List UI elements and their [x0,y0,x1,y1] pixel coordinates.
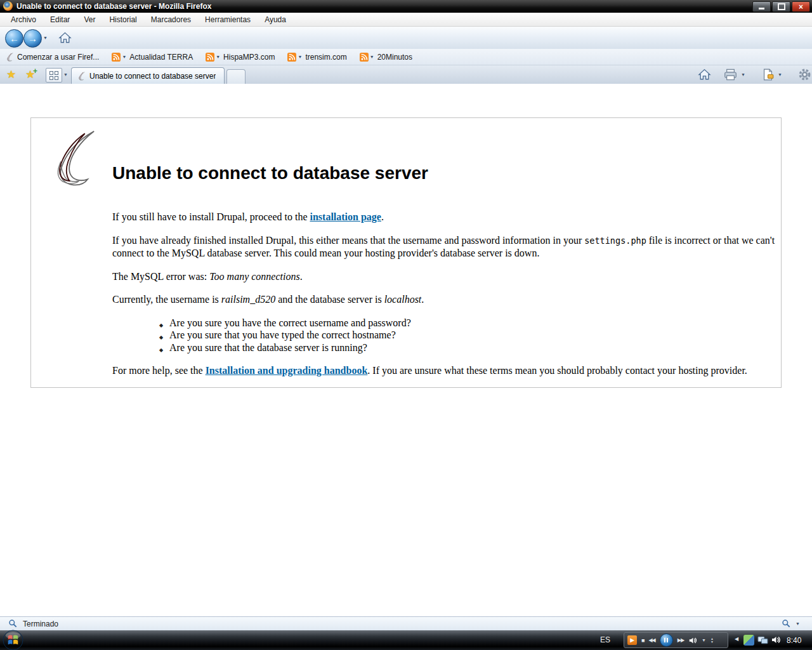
bookmark-favicon [5,53,14,62]
bookmark-label: 20Minutos [377,53,412,62]
print-icon[interactable] [724,69,737,81]
feed-dropdown-arrow: ▼ [370,55,374,59]
tray-chevron-icon[interactable]: ◀ [735,636,738,642]
paragraph-help: For more help, see the Installation and … [112,364,776,377]
restore-icon [778,3,785,10]
window-controls: × [752,1,810,12]
history-dropdown-arrow[interactable]: ▼ [43,36,48,40]
paragraph-settings: If you have already finished installed D… [112,234,776,260]
rss-feed-icon [287,53,296,62]
text-segment: If you still have to install Drupal, pro… [112,211,310,222]
list-item: Are you sure that the database server is… [159,342,776,354]
bookmark-label: Comenzar a usar Firef... [17,53,99,62]
menu-historial[interactable]: Historial [102,13,143,26]
wmp-stop-button[interactable]: ■ [641,637,644,644]
tab-bar: ★ ★ + ▼ Unable to connect to database se… [0,65,812,84]
back-icon: ← [10,33,19,44]
home-icon[interactable] [58,31,72,44]
browser-viewport: Unable to connect to database server If … [0,84,812,616]
wmp-mini-toolbar: ▶ ■ ◀◀ ▶▶ ▼ ▲▼ [624,632,728,648]
wmp-pause-button[interactable] [660,633,673,647]
page-title: Unable to connect to database server [112,164,776,183]
wmp-expand-arrows[interactable]: ▲▼ [710,637,714,644]
tab-title: Unable to connect to database server [89,72,216,81]
restore-button[interactable] [772,1,790,12]
paragraph-install: If you still have to install Drupal, pro… [112,211,776,223]
handbook-link[interactable]: Installation and upgrading handbook [206,365,368,376]
menu-ver[interactable]: Ver [77,13,102,26]
print-dropdown-arrow[interactable]: ▼ [741,72,745,77]
page-actions-icon[interactable] [762,69,774,81]
wmp-previous-button[interactable]: ◀◀ [648,637,655,643]
tray-volume-icon[interactable] [771,635,781,645]
tab-stub[interactable] [226,69,246,84]
bookmark-getting-started[interactable]: Comenzar a usar Firef... [5,53,99,62]
text-segment: Currently, the username is [112,294,221,305]
installation-page-link[interactable]: installation page [310,211,381,222]
tab-active[interactable]: Unable to connect to database server [71,67,225,84]
zoom-icon[interactable] [782,619,791,628]
tab-list-button[interactable] [46,68,62,83]
text-segment: and the database server is [275,294,384,305]
tools-gear-icon[interactable] [799,69,811,81]
menu-archivo[interactable]: Archivo [4,13,43,26]
firefox-icon [3,1,13,11]
menu-editar[interactable]: Editar [43,13,77,26]
list-item: Are you sure that you have typed the cor… [159,329,776,342]
bookmark-actualidad-terra[interactable]: ▼ Actualidad TERRA [112,53,193,62]
bookmark-label: trensim.com [305,53,346,62]
rss-feed-icon [206,53,214,62]
feed-dropdown-arrow: ▼ [216,55,220,59]
bookmark-label: HispaMP3.com [223,53,275,62]
close-icon: × [799,3,803,11]
bookmark-20minutos[interactable]: ▼ 20Minutos [360,53,412,62]
home-page-icon[interactable] [698,68,711,81]
menu-ayuda[interactable]: Ayuda [258,13,293,26]
minimize-icon [759,8,764,10]
paragraph-credentials: Currently, the username is railsim_d520 … [112,293,776,306]
railsimulator-logo [44,129,101,187]
checklist: Are you sure you have the correct userna… [159,317,776,354]
taskbar-clock[interactable]: 8:40 [787,636,801,645]
page-dropdown-arrow[interactable]: ▼ [778,72,782,77]
status-bar: Terminado ▼ [0,616,812,631]
menu-bar: Archivo Editar Ver Historial Marcadores … [0,13,812,27]
forward-icon: → [28,33,37,44]
language-indicator[interactable]: ES [600,635,610,644]
bookmark-trensim[interactable]: ▼ trensim.com [287,53,346,62]
forward-button[interactable]: → [23,29,42,48]
wmp-next-button[interactable]: ▶▶ [678,637,684,643]
close-button[interactable]: × [792,1,810,12]
menu-herramientas[interactable]: Herramientas [198,13,258,26]
tab-list-dropdown-arrow[interactable]: ▼ [63,72,68,77]
text-segment: . [421,294,424,305]
find-icon[interactable] [8,619,18,628]
minimize-button[interactable] [752,1,771,12]
text-segment: For more help, see the [112,365,206,376]
tab-favicon [77,72,86,81]
wmp-icon: ▶ [627,635,637,645]
grid-icon [49,71,58,80]
error-page-body: Unable to connect to database server If … [112,164,776,388]
window-titlebar: Unable to connect to database server - M… [0,0,812,13]
feed-dropdown-arrow: ▼ [298,55,302,59]
status-text: Terminado [23,620,58,628]
text-segment: If you have already finished installed D… [112,235,584,246]
bookmark-label: Actualidad TERRA [129,53,193,62]
mysql-error-value: Too many connections [209,271,300,282]
back-button[interactable]: ← [5,29,23,48]
zoom-dropdown-arrow[interactable]: ▼ [796,621,800,626]
wmp-volume-dropdown-arrow[interactable]: ▼ [702,638,706,642]
tabbar-right-buttons: ▼ ▼ ▼ [698,68,812,81]
wmp-volume-icon[interactable] [688,636,697,645]
paragraph-mysql-error: The MySQL error was: Too many connection… [112,270,776,283]
feed-dropdown-arrow: ▼ [122,55,126,59]
bookmark-star-icon[interactable]: ★ [6,68,16,81]
desktop: { "titlebar": { "title": "Unable to conn… [0,0,812,650]
add-plus-icon: + [33,67,37,76]
start-button[interactable] [3,630,23,650]
menu-marcadores[interactable]: Marcadores [144,13,198,26]
tray-network-icon[interactable] [757,635,768,646]
tray-app-icon[interactable] [743,635,754,646]
bookmark-hispamp3[interactable]: ▼ HispaMP3.com [206,53,275,62]
